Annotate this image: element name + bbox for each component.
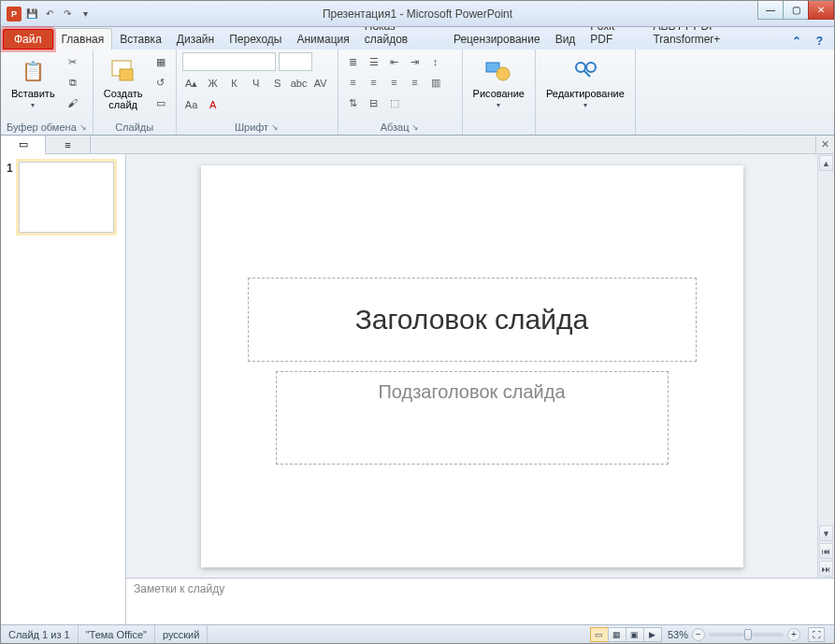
theme-name[interactable]: "Тема Office"	[79, 625, 155, 643]
zoom-out-button[interactable]: −	[692, 628, 705, 641]
undo-icon[interactable]: ↶	[42, 7, 57, 21]
paste-button[interactable]: 📋 Вставить ▾	[7, 52, 60, 113]
align-right-icon[interactable]: ≡	[385, 73, 404, 92]
zoom-slider-thumb[interactable]	[744, 629, 752, 640]
redo-icon[interactable]: ↷	[60, 7, 75, 21]
reading-view-button[interactable]: ▣	[626, 627, 644, 642]
minimize-button[interactable]: —	[757, 1, 784, 20]
ribbon: 📋 Вставить ▾ ✂ ⧉ 🖌 Буфер обмена ↘ Создат…	[1, 50, 834, 136]
svg-point-4	[576, 63, 585, 72]
decrease-indent-icon[interactable]: ⇤	[385, 52, 404, 71]
notes-pane[interactable]: Заметки к слайду	[126, 578, 834, 624]
editing-group-label	[541, 120, 629, 133]
layout-icon[interactable]: ▦	[151, 52, 170, 71]
normal-view-button[interactable]: ▭	[590, 627, 609, 642]
slide-canvas[interactable]: Заголовок слайда Подзаголовок слайда	[126, 154, 817, 578]
slide-count[interactable]: Слайд 1 из 1	[1, 625, 79, 643]
cut-icon[interactable]: ✂	[64, 52, 82, 71]
align-center-icon[interactable]: ≡	[365, 73, 383, 92]
change-case-button[interactable]: Aa	[182, 95, 201, 114]
chevron-down-icon: ▾	[497, 101, 500, 109]
font-family-combo[interactable]	[182, 52, 276, 71]
zoom-slider[interactable]	[709, 633, 784, 637]
reset-icon[interactable]: ↺	[151, 73, 170, 92]
font-dialog-launcher-icon[interactable]: ↘	[271, 122, 279, 132]
maximize-button[interactable]: ▢	[783, 1, 809, 20]
bullets-icon[interactable]: ≣	[344, 52, 363, 71]
tab-home[interactable]: Главная	[53, 28, 113, 50]
vertical-scrollbar[interactable]: ▲ ▼ ⏮ ⏭	[817, 154, 834, 578]
group-slides: Создать слайд ▦ ↺ ▭ Слайды	[94, 50, 177, 135]
slide-thumbnail[interactable]: 1	[7, 162, 120, 233]
bold-button[interactable]: Ж	[204, 74, 223, 93]
scroll-down-icon[interactable]: ▼	[819, 525, 833, 541]
quick-access-toolbar: P 💾 ↶ ↷ ▾	[1, 7, 93, 21]
paragraph-dialog-launcher-icon[interactable]: ↘	[411, 122, 419, 132]
section-icon[interactable]: ▭	[151, 93, 170, 112]
smartart-icon[interactable]: ⬚	[385, 93, 404, 112]
align-left-icon[interactable]: ≡	[344, 73, 363, 92]
save-icon[interactable]: 💾	[24, 7, 39, 21]
editing-label: Редактирование	[546, 88, 625, 99]
line-spacing-icon[interactable]: ↕	[426, 52, 445, 71]
scroll-up-icon[interactable]: ▲	[819, 155, 833, 171]
close-button[interactable]: ✕	[808, 1, 834, 20]
qat-dropdown-icon[interactable]: ▾	[78, 7, 93, 21]
outline-panel-tab[interactable]: ≡	[46, 136, 91, 153]
minimize-ribbon-icon[interactable]: ⌃	[788, 33, 805, 50]
zoom-in-button[interactable]: +	[787, 628, 800, 641]
slideshow-view-button[interactable]: ▶	[643, 627, 662, 642]
svg-point-6	[586, 63, 596, 72]
slide[interactable]: Заголовок слайда Подзаголовок слайда	[201, 165, 743, 567]
strikethrough-button[interactable]: abc	[290, 74, 309, 93]
justify-icon[interactable]: ≡	[406, 73, 425, 92]
powerpoint-logo-icon: P	[7, 7, 22, 21]
language[interactable]: русский	[155, 625, 208, 643]
fit-to-window-button[interactable]: ⛶	[808, 627, 825, 642]
format-painter-icon[interactable]: 🖌	[64, 93, 82, 112]
shadow-button[interactable]: S	[268, 74, 287, 93]
drawing-button[interactable]: Рисование ▾	[468, 52, 529, 113]
drawing-label: Рисование	[473, 88, 525, 99]
tab-transitions[interactable]: Переходы	[222, 29, 289, 50]
help-icon[interactable]: ?	[813, 33, 827, 50]
title-placeholder[interactable]: Заголовок слайда	[248, 278, 697, 362]
columns-icon[interactable]: ▥	[426, 73, 445, 92]
tab-review[interactable]: Рецензирование	[446, 29, 548, 50]
subtitle-placeholder[interactable]: Подзаголовок слайда	[276, 371, 669, 465]
numbering-icon[interactable]: ☰	[365, 52, 383, 71]
underline-button[interactable]: Ч	[247, 74, 266, 93]
sorter-view-button[interactable]: ▦	[608, 627, 626, 642]
increase-indent-icon[interactable]: ⇥	[406, 52, 425, 71]
zoom-level[interactable]: 53%	[668, 629, 688, 640]
group-font: A▴ Ж К Ч S abc AV Aa A Шрифт ↘	[177, 50, 338, 135]
italic-button[interactable]: К	[225, 74, 244, 93]
thumbnail-number: 1	[7, 162, 13, 233]
spacing-button[interactable]: AV	[311, 74, 330, 93]
thumbnail-pane[interactable]: 1	[1, 154, 126, 624]
tab-animation[interactable]: Анимация	[289, 29, 356, 50]
close-panel-button[interactable]: ✕	[815, 136, 834, 153]
shapes-icon	[483, 56, 513, 86]
font-color-icon[interactable]: A	[204, 95, 223, 114]
svg-point-3	[497, 67, 510, 80]
font-size-combo[interactable]	[279, 52, 312, 71]
grow-font-icon[interactable]: A▴	[182, 74, 201, 93]
editing-button[interactable]: Редактирование ▾	[541, 52, 629, 113]
prev-slide-icon[interactable]: ⏮	[819, 543, 833, 559]
slides-panel-tab[interactable]: ▭	[1, 136, 46, 154]
font-group-label: Шрифт ↘	[182, 120, 332, 133]
slides-group-label: Слайды	[99, 120, 170, 133]
tab-insert[interactable]: Вставка	[112, 29, 169, 50]
copy-icon[interactable]: ⧉	[64, 73, 82, 92]
clipboard-dialog-launcher-icon[interactable]: ↘	[79, 122, 87, 132]
text-direction-icon[interactable]: ⇅	[344, 93, 363, 112]
tab-design[interactable]: Дизайн	[169, 29, 222, 50]
new-slide-button[interactable]: Создать слайд	[99, 52, 148, 114]
thumbnail-preview[interactable]	[19, 162, 114, 233]
file-tab[interactable]: Файл	[3, 29, 53, 50]
scroll-track[interactable]	[818, 172, 834, 524]
next-slide-icon[interactable]: ⏭	[819, 561, 833, 577]
tab-view[interactable]: Вид	[548, 29, 583, 50]
align-text-icon[interactable]: ⊟	[365, 93, 383, 112]
